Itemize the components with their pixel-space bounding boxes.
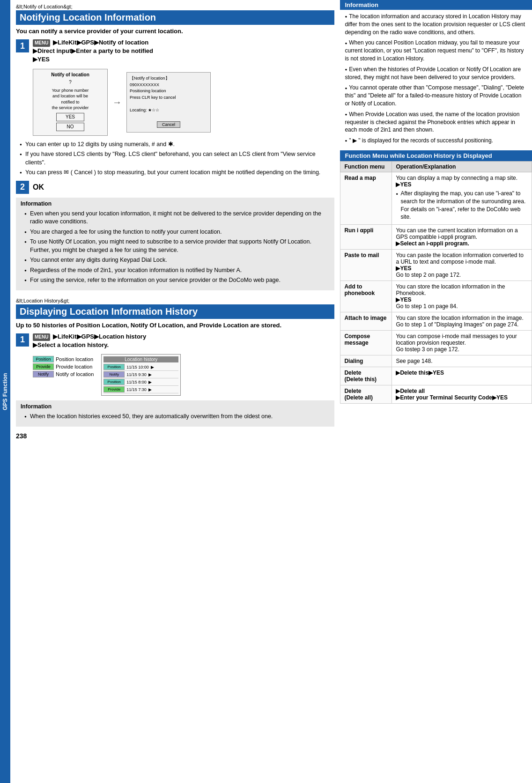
left-column: GPS Function &lt;Notify of Location&gt; … xyxy=(0,0,340,783)
info-bullet: You are charged a fee for using the func… xyxy=(24,228,330,236)
func-menu-delete-this: Delete(Delete this) xyxy=(340,367,392,385)
lh-info-bullet: When the location histories exceed 50, t… xyxy=(24,413,330,421)
step2-number: 2 xyxy=(16,181,29,194)
right-column: Information The location information and… xyxy=(340,0,532,783)
page-number: 238 xyxy=(16,432,334,440)
screen1-body: ? Your phone numberand location will ben… xyxy=(36,79,104,131)
right-info-bullets: The location information and accuracy st… xyxy=(340,13,532,145)
func-menu-attach-image: Attach to image xyxy=(340,312,392,331)
func-row-attach-image: Attach to image You can store the locati… xyxy=(340,312,532,331)
func-menu-paste-mail: Paste to mail xyxy=(340,250,392,281)
right-info-header: Information xyxy=(340,0,532,10)
notify-badge: Notify xyxy=(33,371,54,377)
step1-container: 1 MENU ▶LifeKit▶GPS▶Notify of location ▶… xyxy=(16,38,334,64)
lh-legend-screen-row: Position Position location Provide Provi… xyxy=(33,354,334,396)
right-info-bullet-1: The location information and accuracy st… xyxy=(345,13,527,36)
func-menu-add-phonebook: Add to phonebook xyxy=(340,281,392,312)
info-bullet: For using the service, refer to the info… xyxy=(24,276,330,285)
func-row-paste-mail: Paste to mail You can paste the location… xyxy=(340,250,532,281)
func-row-run-appli: Run i αppli You can use the current loca… xyxy=(340,225,532,250)
func-menu-compose: Compose message xyxy=(340,331,392,355)
right-info-bullet-3: Even when the histories of Provide Locat… xyxy=(345,66,527,81)
step1-number: 1 xyxy=(16,39,29,52)
lh-row-2: Notify 11/15 9:30 ▶ xyxy=(103,371,178,378)
step1-content: MENU ▶LifeKit▶GPS▶Notify of location ▶Di… xyxy=(33,38,334,64)
step2-text: OK xyxy=(33,183,44,192)
screen2-body: 【Notify of location】 090XXXXXXXX Positio… xyxy=(130,75,207,120)
func-op-delete-this: ▶Delete this▶YES xyxy=(392,367,532,385)
lh-info-box: Information When the location histories … xyxy=(16,400,334,427)
bullet-item: You can enter up to 12 digits by using n… xyxy=(20,140,334,149)
func-op-read-map: You can display a map by connecting a ma… xyxy=(392,172,532,224)
left-main-content: &lt;Notify of Location&gt; Notifying Loc… xyxy=(10,0,340,783)
info-bullet: Regardless of the mode of 2in1, your loc… xyxy=(24,266,330,275)
screen1: Notify of location ? Your phone numberan… xyxy=(33,69,108,136)
screens-row: Notify of location ? Your phone numberan… xyxy=(33,69,334,136)
arrow-between-screens: → xyxy=(112,97,122,108)
func-op-dialing: See page 148. xyxy=(392,355,532,367)
notify-tag: &lt;Notify of Location&gt; xyxy=(16,4,334,9)
menu-icon: MENU xyxy=(33,39,50,47)
func-row-compose: Compose message You can compose i-mode m… xyxy=(340,331,532,355)
func-row-delete-all: Delete(Delete all) ▶Delete all ▶Enter yo… xyxy=(340,385,532,404)
screen2: 【Notify of location】 090XXXXXXXX Positio… xyxy=(126,72,211,133)
func-menu-table: Function menu Operation/Explanation Read… xyxy=(340,161,532,404)
lh-row-1: Position 11/15 10:00 ▶ xyxy=(103,363,178,371)
func-op-add-phonebook: You can store the location information i… xyxy=(392,281,532,312)
notify-label: Notify of location xyxy=(56,371,94,377)
func-menu-delete-all: Delete(Delete all) xyxy=(340,385,392,404)
gps-sidebar-label: GPS Function xyxy=(0,0,10,783)
provide-badge: Provide xyxy=(33,363,54,370)
screen2-cancel-btn: Cancel xyxy=(157,121,180,128)
provide-label: Provide location xyxy=(56,364,92,369)
screen1-title: Notify of location xyxy=(36,72,104,77)
func-op-compose: You can compose i-mode mail messages to … xyxy=(392,331,532,355)
lh-screen: Location history Position 11/15 10:00 ▶ … xyxy=(101,354,181,396)
lh-step1-container: 1 MENU ▶LifeKit▶GPS▶Location history ▶Se… xyxy=(16,332,334,349)
position-badge: Position xyxy=(33,356,54,362)
lh-title: Displaying Location Information History xyxy=(16,304,334,319)
func-table-col-op: Operation/Explanation xyxy=(392,161,532,172)
right-info-bullet-2: When you cancel Position Location midway… xyxy=(345,39,527,62)
func-op-run-appli: You can use the current location informa… xyxy=(392,225,532,250)
func-table-col-menu: Function menu xyxy=(340,161,392,172)
page-container: GPS Function &lt;Notify of Location&gt; … xyxy=(0,0,532,783)
notify-section: &lt;Notify of Location&gt; Notifying Loc… xyxy=(16,4,334,290)
step1-bullets: You can enter up to 12 digits by using n… xyxy=(20,140,334,177)
location-history-section: &lt;Location History&gt; Displaying Loca… xyxy=(16,298,334,427)
func-table-header-row: Function menu Operation/Explanation xyxy=(340,161,532,172)
notify-info-title: Information xyxy=(21,200,330,207)
func-op-paste-mail: You can paste the location information c… xyxy=(392,250,532,281)
lh-tag: &lt;Location History&gt; xyxy=(16,298,334,303)
lh-legend-notify: Notify Notify of location xyxy=(33,371,94,377)
lh-legend-position: Position Position location xyxy=(33,356,94,362)
lh-row-3: Position 11/15 8:00 ▶ xyxy=(103,378,178,386)
menu-icon2: MENU xyxy=(33,333,50,341)
func-menu-dialing: Dialing xyxy=(340,355,392,367)
func-row-delete-this: Delete(Delete this) ▶Delete this▶YES xyxy=(340,367,532,385)
step1-text: MENU ▶LifeKit▶GPS▶Notify of location ▶Di… xyxy=(33,38,334,64)
lh-legend: Position Position location Provide Provi… xyxy=(33,356,94,377)
func-row-read-map: Read a map You can display a map by conn… xyxy=(340,172,532,224)
func-row-add-phonebook: Add to phonebook You can store the locat… xyxy=(340,281,532,312)
bullet-item: You can press ✉ ( Cancel ) to stop measu… xyxy=(20,169,334,177)
lh-screen-title: Location history xyxy=(103,356,178,362)
notify-info-bullets: Even when you send your location informa… xyxy=(24,210,330,285)
position-label: Position location xyxy=(56,356,93,362)
right-info-bullet-6: " ▶ " is displayed for the records of su… xyxy=(345,137,527,145)
info-bullet: Even when you send your location informa… xyxy=(24,210,330,226)
lh-step1-content: MENU ▶LifeKit▶GPS▶Location history ▶Sele… xyxy=(33,332,334,349)
func-row-dialing: Dialing See page 148. xyxy=(340,355,532,367)
bullet-item: If you have stored LCS clients by "Reg. … xyxy=(20,150,334,167)
lh-info-title: Information xyxy=(21,403,330,410)
screen1-yes-btn: YES xyxy=(56,113,84,121)
info-bullet: You cannot enter any digits during Keypa… xyxy=(24,256,330,265)
notify-subtitle: You can notify a service provider of you… xyxy=(16,28,334,35)
notify-info-box: Information Even when you send your loca… xyxy=(16,198,334,290)
info-bullet: To use Notify Of Location, you might nee… xyxy=(24,238,330,254)
lh-subtitle: Up to 50 histories of Position Location,… xyxy=(16,322,334,329)
lh-row-4: Provide 11/15 7:30 ▶ xyxy=(103,386,178,393)
func-menu-header: Function Menu while Location History is … xyxy=(340,150,532,161)
lh-legend-provide: Provide Provide location xyxy=(33,363,94,370)
lh-step1-text: MENU ▶LifeKit▶GPS▶Location history ▶Sele… xyxy=(33,332,334,349)
